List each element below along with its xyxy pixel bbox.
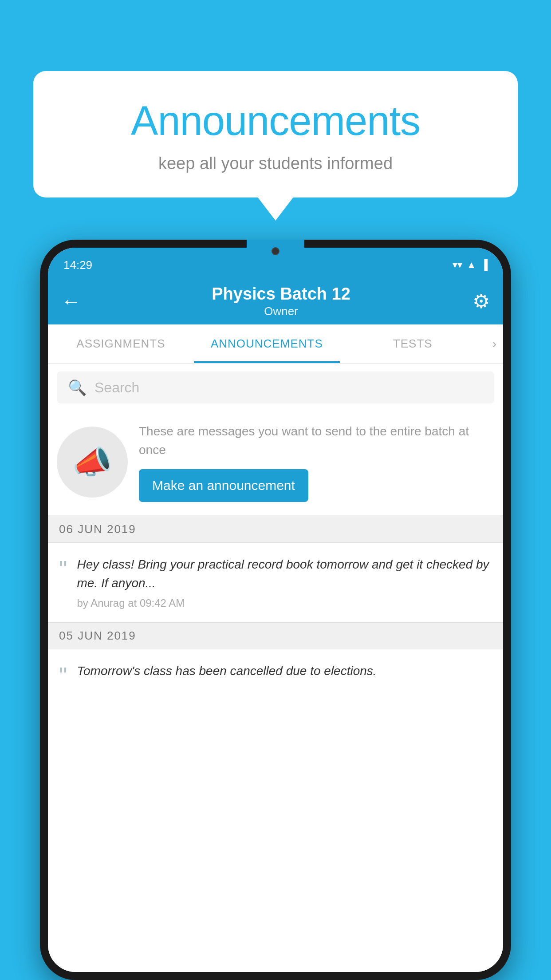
bubble-title: Announcements: [55, 98, 496, 144]
make-announcement-button[interactable]: Make an announcement: [139, 469, 308, 502]
app-bar-title-area: Physics Batch 12 Owner: [90, 285, 472, 318]
empty-state: 📣 These are messages you want to send to…: [48, 409, 503, 516]
tab-tests[interactable]: TESTS: [340, 324, 486, 363]
camera: [272, 248, 279, 255]
phone-wrapper: 14:29 ▾▾ ▲ ▐ ← Physics Batch 12 Owner ⚙: [40, 240, 511, 980]
settings-button[interactable]: ⚙: [472, 290, 490, 312]
screen-content: 🔍 Search 📣 These are messages you want t…: [48, 364, 503, 972]
date-divider-2: 05 JUN 2019: [48, 622, 503, 649]
status-icons: ▾▾ ▲ ▐: [453, 259, 488, 271]
announcement-body-2: Tomorrow's class has been cancelled due …: [77, 662, 492, 680]
tab-announcements[interactable]: ANNOUNCEMENTS: [194, 324, 340, 363]
empty-state-description: These are messages you want to send to t…: [139, 422, 494, 459]
back-button[interactable]: ←: [61, 292, 81, 311]
announcement-item-1[interactable]: " Hey class! Bring your practical record…: [48, 543, 503, 622]
announcement-text-1: Hey class! Bring your practical record b…: [77, 555, 492, 609]
battery-icon: ▐: [480, 259, 488, 271]
app-bar-title: Physics Batch 12: [90, 285, 472, 304]
quote-icon-1: ": [59, 557, 67, 581]
search-icon: 🔍: [68, 379, 87, 396]
app-bar-subtitle: Owner: [90, 304, 472, 318]
empty-state-right: These are messages you want to send to t…: [139, 422, 494, 502]
app-bar: ← Physics Batch 12 Owner ⚙: [48, 278, 503, 324]
date-divider-1: 06 JUN 2019: [48, 516, 503, 543]
announcement-body-1: Hey class! Bring your practical record b…: [77, 555, 492, 593]
phone-outer: 14:29 ▾▾ ▲ ▐ ← Physics Batch 12 Owner ⚙: [40, 240, 511, 980]
wifi-icon: ▾▾: [453, 259, 462, 271]
announcement-icon-circle: 📣: [57, 427, 128, 498]
signal-icon: ▲: [467, 259, 476, 271]
announcement-meta-1: by Anurag at 09:42 AM: [77, 597, 492, 609]
speech-bubble: Announcements keep all your students inf…: [33, 71, 518, 198]
status-time: 14:29: [63, 258, 92, 272]
megaphone-icon: 📣: [72, 443, 112, 481]
search-placeholder: Search: [94, 379, 139, 396]
tab-assignments[interactable]: ASSIGNMENTS: [48, 324, 194, 363]
phone-screen: 14:29 ▾▾ ▲ ▐ ← Physics Batch 12 Owner ⚙: [48, 248, 503, 972]
tabs-bar: ASSIGNMENTS ANNOUNCEMENTS TESTS ›: [48, 324, 503, 364]
tab-more[interactable]: ›: [486, 324, 503, 363]
quote-icon-2: ": [59, 664, 67, 687]
bubble-subtitle: keep all your students informed: [55, 154, 496, 173]
announcement-item-2[interactable]: " Tomorrow's class has been cancelled du…: [48, 649, 503, 694]
search-bar[interactable]: 🔍 Search: [57, 371, 494, 403]
announcement-text-2: Tomorrow's class has been cancelled due …: [77, 662, 492, 685]
